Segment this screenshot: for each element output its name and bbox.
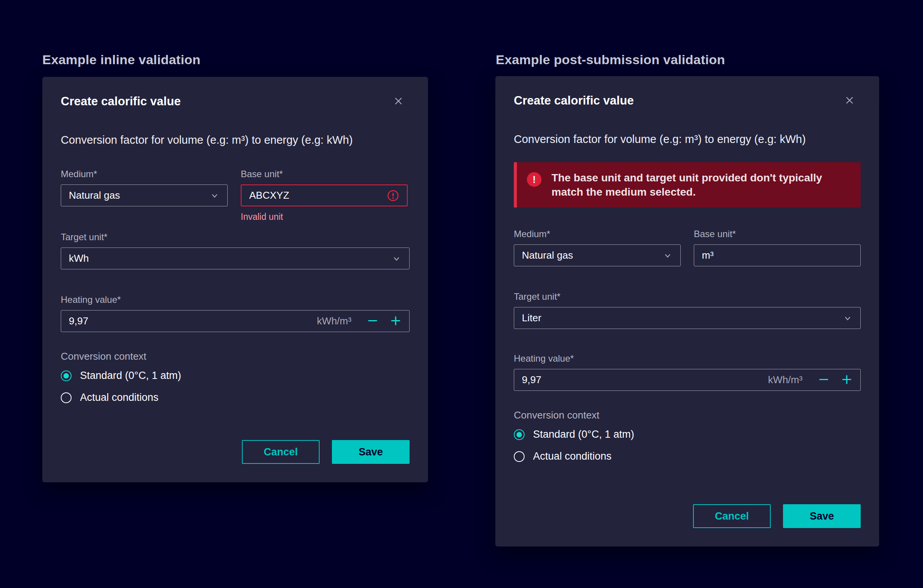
heating-value-input-wrapper: kWh/m³ − + — [514, 369, 861, 391]
base-unit-field: Base unit* Invalid unit — [241, 168, 408, 222]
heating-value-input[interactable] — [522, 374, 768, 386]
section-heading-post-submission-validation: Example post-submission validation — [496, 52, 725, 67]
medium-label: Medium* — [514, 228, 681, 240]
chevron-down-icon — [843, 313, 853, 323]
target-unit-field: Target unit* Liter — [514, 291, 861, 329]
base-unit-field: Base unit* — [694, 228, 861, 266]
increment-button[interactable]: + — [841, 372, 853, 388]
radio-option-standard[interactable]: Standard (0°C, 1 atm) — [61, 370, 410, 382]
dialog-create-calorific-value-inline: Create calorific value Conversion factor… — [42, 77, 428, 482]
medium-label: Medium* — [61, 168, 228, 180]
close-button[interactable] — [390, 93, 407, 109]
section-heading-inline-validation: Example inline validation — [42, 52, 200, 67]
base-unit-input-wrapper — [694, 244, 861, 266]
base-unit-error-message: Invalid unit — [241, 211, 408, 222]
plus-icon: + — [841, 371, 853, 387]
radio-option-actual[interactable]: Actual conditions — [61, 392, 410, 404]
radio-option-standard-label: Standard (0°C, 1 atm) — [80, 370, 181, 382]
plus-icon: + — [390, 312, 402, 328]
minus-icon: − — [367, 312, 378, 328]
target-unit-label: Target unit* — [61, 231, 410, 243]
medium-select[interactable]: Natural gas — [61, 184, 228, 206]
heating-value-field: Heating value* kWh/m³ − + — [61, 294, 410, 332]
dialog-actions: Cancel Save — [693, 504, 861, 528]
save-button[interactable]: Save — [783, 504, 861, 528]
target-unit-select[interactable]: Liter — [514, 307, 861, 329]
base-unit-label: Base unit* — [694, 228, 861, 240]
radio-option-standard[interactable]: Standard (0°C, 1 atm) — [514, 429, 861, 440]
dialog-title: Create calorific value — [514, 93, 634, 108]
page-canvas: Example inline validation Create calorif… — [0, 0, 923, 588]
base-unit-input-wrapper — [241, 184, 408, 206]
minus-icon: − — [818, 371, 830, 387]
base-unit-input[interactable] — [249, 189, 387, 201]
medium-field: Medium* Natural gas — [61, 168, 228, 206]
radio-option-actual-label: Actual conditions — [533, 450, 611, 462]
dialog-header: Create calorific value — [514, 93, 861, 108]
cancel-button[interactable]: Cancel — [693, 504, 771, 528]
medium-field: Medium* Natural gas — [514, 228, 681, 266]
error-icon — [387, 189, 399, 202]
heating-value-input-wrapper: kWh/m³ − + — [61, 310, 410, 332]
close-icon — [844, 95, 855, 106]
conversion-context-label: Conversion context — [514, 409, 861, 421]
error-banner: ! The base unit and target unit provided… — [514, 162, 861, 208]
radio-option-actual-label: Actual conditions — [80, 392, 158, 404]
target-unit-value: kWh — [69, 252, 392, 264]
dialog-description: Conversion factor for volume (e.g: m³) t… — [61, 133, 410, 147]
chevron-down-icon — [392, 254, 402, 264]
target-unit-field: Target unit* kWh — [61, 231, 410, 269]
radio-unselected-icon — [514, 451, 525, 462]
radio-option-standard-label: Standard (0°C, 1 atm) — [533, 429, 634, 440]
chevron-down-icon — [210, 191, 220, 201]
base-unit-label: Base unit* — [241, 168, 408, 180]
dialog-description: Conversion factor for volume (e.g: m³) t… — [514, 132, 861, 146]
radio-option-actual[interactable]: Actual conditions — [514, 450, 861, 462]
close-button[interactable] — [841, 92, 858, 108]
save-button[interactable]: Save — [332, 440, 410, 464]
dialog-header: Create calorific value — [61, 94, 410, 109]
decrement-button[interactable]: − — [367, 314, 378, 329]
dialog-actions: Cancel Save — [242, 440, 410, 464]
error-banner-message: The base unit and target unit provided d… — [551, 171, 828, 199]
heating-value-unit: kWh/m³ — [768, 374, 803, 386]
target-unit-value: Liter — [522, 312, 843, 324]
decrement-button[interactable]: − — [818, 372, 830, 388]
target-unit-label: Target unit* — [514, 291, 861, 302]
heating-value-label: Heating value* — [514, 353, 861, 364]
base-unit-input[interactable] — [702, 249, 853, 261]
alert-glyph: ! — [533, 175, 536, 184]
heating-value-input[interactable] — [69, 315, 317, 327]
dialog-create-calorific-value-post-submission: Create calorific value Conversion factor… — [495, 76, 879, 546]
radio-selected-icon — [514, 429, 525, 440]
dialog-title: Create calorific value — [61, 94, 181, 109]
cancel-button[interactable]: Cancel — [242, 440, 320, 464]
heating-value-unit: kWh/m³ — [317, 315, 352, 327]
increment-button[interactable]: + — [390, 314, 402, 329]
target-unit-select[interactable]: kWh — [61, 247, 410, 269]
conversion-context-label: Conversion context — [61, 350, 410, 362]
medium-value: Natural gas — [69, 189, 210, 201]
heating-value-field: Heating value* kWh/m³ − + — [514, 353, 861, 391]
radio-selected-icon — [61, 370, 72, 381]
radio-unselected-icon — [61, 392, 72, 403]
medium-select[interactable]: Natural gas — [514, 244, 681, 266]
close-icon — [393, 95, 404, 107]
medium-value: Natural gas — [522, 249, 663, 261]
alert-icon: ! — [527, 172, 541, 187]
heating-value-label: Heating value* — [61, 294, 410, 306]
chevron-down-icon — [663, 251, 673, 261]
